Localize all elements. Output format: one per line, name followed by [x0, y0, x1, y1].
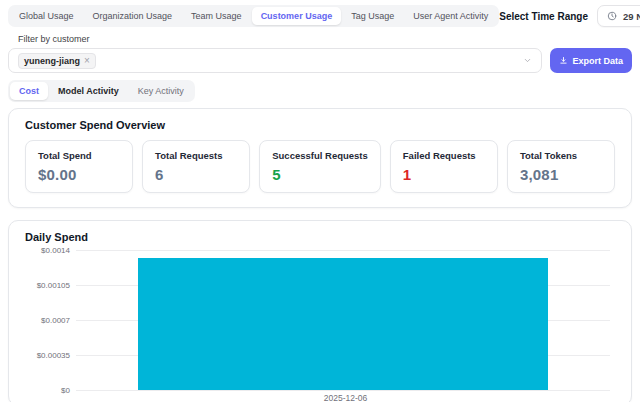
metric-value: 6: [155, 166, 237, 183]
y-gridline: [76, 250, 610, 251]
tab-global-usage[interactable]: Global Usage: [10, 7, 83, 25]
usage-tab-list: Global Usage Organization Usage Team Usa…: [8, 5, 499, 27]
metric-total-tokens: Total Tokens 3,081: [507, 140, 615, 193]
daily-spend-title: Daily Spend: [25, 231, 615, 243]
tab-team-usage[interactable]: Team Usage: [182, 7, 251, 25]
metric-label: Successful Requests: [272, 150, 368, 161]
chevron-down-icon[interactable]: [523, 56, 532, 65]
filter-by-customer-label: Filter by customer: [18, 34, 640, 44]
tab-key-activity[interactable]: Key Activity: [129, 82, 193, 100]
y-axis-tick-label: $0.0007: [41, 316, 70, 325]
metric-successful-requests: Successful Requests 5: [259, 140, 381, 193]
y-axis-tick-label: $0.00105: [37, 281, 70, 290]
clock-icon: [607, 11, 617, 21]
metric-label: Total Spend: [38, 150, 120, 161]
metric-total-requests: Total Requests 6: [142, 140, 250, 193]
metric-value: $0.00: [38, 166, 120, 183]
customer-spend-overview-card: Customer Spend Overview Total Spend $0.0…: [8, 108, 632, 208]
metric-card-row: Total Spend $0.00 Total Requests 6 Succe…: [25, 140, 615, 193]
tab-organization-usage[interactable]: Organization Usage: [84, 7, 182, 25]
y-axis-tick-label: $0.0014: [41, 246, 70, 255]
metric-total-spend: Total Spend $0.00: [25, 140, 133, 193]
daily-spend-plot: $0.0014$0.00105$0.0007$0.00035$0: [76, 250, 610, 390]
y-axis-tick-label: $0.00035: [37, 351, 70, 360]
export-data-label: Export Data: [572, 56, 623, 66]
customer-tag: yuneng-jiang ×: [18, 53, 96, 69]
metric-label: Total Requests: [155, 150, 237, 161]
metric-label: Total Tokens: [520, 150, 602, 161]
view-tab-list: Cost Model Activity Key Activity: [8, 80, 195, 102]
download-icon: [559, 56, 568, 65]
metric-failed-requests: Failed Requests 1: [390, 140, 498, 193]
y-axis-tick-label: $0: [61, 386, 70, 395]
metric-label: Failed Requests: [403, 150, 485, 161]
y-gridline: [76, 390, 610, 391]
metric-value: 5: [272, 166, 368, 183]
tab-cost[interactable]: Cost: [10, 82, 48, 100]
x-axis-tick-label: 2025-12-06: [76, 393, 615, 402]
tab-user-agent-activity[interactable]: User Agent Activity: [404, 7, 497, 25]
top-bar: Global Usage Organization Usage Team Usa…: [0, 0, 640, 27]
metric-value: 3,081: [520, 166, 602, 183]
metric-value: 1: [403, 166, 485, 183]
tab-tag-usage[interactable]: Tag Usage: [342, 7, 403, 25]
tab-customer-usage[interactable]: Customer Usage: [252, 7, 342, 25]
customer-filter-input[interactable]: yuneng-jiang ×: [8, 48, 542, 73]
time-range-label: Select Time Range: [499, 11, 588, 22]
time-range-section: Select Time Range 29 Nov, 13:21 - 6 Dec,…: [499, 5, 640, 27]
time-range-picker[interactable]: 29 Nov, 13:21 - 6 Dec, 13:21: [597, 5, 640, 27]
customer-tag-label: yuneng-jiang: [24, 56, 80, 66]
daily-spend-card: Daily Spend $0.0014$0.00105$0.0007$0.000…: [8, 220, 632, 402]
remove-tag-icon[interactable]: ×: [84, 56, 90, 66]
overview-title: Customer Spend Overview: [25, 119, 615, 131]
daily-spend-bar[interactable]: [138, 258, 548, 390]
tab-model-activity[interactable]: Model Activity: [49, 82, 128, 100]
filter-row: yuneng-jiang × Export Data: [8, 48, 632, 73]
time-range-value: 29 Nov, 13:21 - 6 Dec, 13:21: [623, 11, 640, 22]
export-data-button[interactable]: Export Data: [550, 48, 632, 73]
